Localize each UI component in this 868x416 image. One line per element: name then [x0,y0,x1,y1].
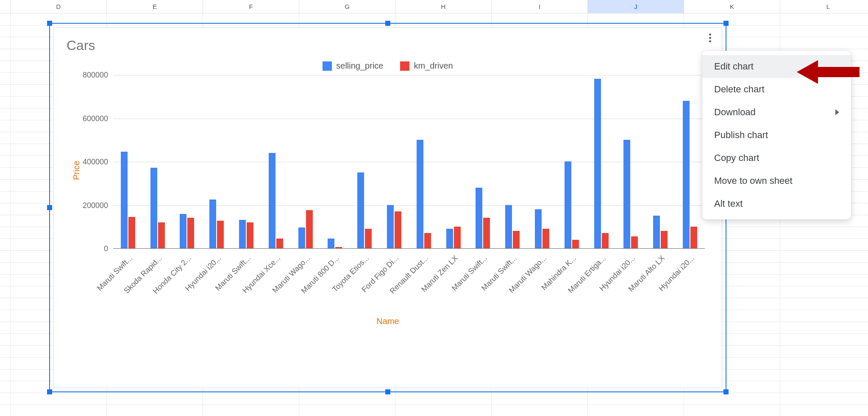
chart-object-selected[interactable]: Cars selling_price km_driven Price 02000… [49,23,726,392]
bar-km-driven[interactable] [276,239,283,248]
bar-selling-price[interactable] [180,214,186,248]
chart-title: Cars [67,38,709,53]
bar-km-driven[interactable] [513,231,520,248]
y-tick: 400000 [83,158,108,166]
bar-selling-price[interactable] [121,152,128,248]
menu-move-sheet[interactable]: Move to own sheet [702,169,851,192]
bar-km-driven[interactable] [661,231,668,248]
bar-km-driven[interactable] [158,222,165,249]
bar-km-driven[interactable] [572,240,579,249]
y-axis-label: Price [72,161,81,180]
legend-label: selling_price [336,61,383,71]
chart-legend: selling_price km_driven [67,61,709,71]
bar-selling-price[interactable] [476,188,482,249]
bar-km-driven[interactable] [631,236,638,248]
legend-label: km_driven [414,61,453,71]
col-header-F[interactable]: F [203,0,299,13]
menu-label: Publish chart [714,130,768,141]
menu-edit-chart[interactable]: Edit chart [702,55,851,78]
chart-context-menu: Edit chart Delete chart Download Publish… [702,51,851,219]
menu-copy-chart[interactable]: Copy chart [702,147,851,169]
plot-area: 0200000400000600000800000 [113,75,705,249]
resize-handle-tl[interactable] [47,21,52,26]
legend-item-km-driven[interactable]: km_driven [400,61,453,71]
resize-handle-tr[interactable] [723,21,729,26]
chart-options-icon[interactable] [705,33,715,43]
bar-km-driven[interactable] [424,233,431,248]
resize-handle-ml[interactable] [47,205,52,210]
menu-publish-chart[interactable]: Publish chart [702,124,851,147]
bar-km-driven[interactable] [335,247,342,248]
menu-delete-chart[interactable]: Delete chart [702,78,851,101]
bar-km-driven[interactable] [306,210,313,248]
menu-label: Download [714,107,756,118]
resize-handle-bm[interactable] [385,389,390,394]
chart-card: Cars selling_price km_driven Price 02000… [53,27,722,388]
bar-km-driven[interactable] [602,233,609,248]
legend-item-selling-price[interactable]: selling_price [323,61,383,71]
bar-selling-price[interactable] [505,205,512,249]
bar-selling-price[interactable] [594,79,601,248]
col-header-D[interactable]: D [11,0,107,13]
bar-km-driven[interactable] [454,227,461,248]
bar-km-driven[interactable] [542,229,549,248]
chevron-right-icon [835,109,839,115]
y-tick: 600000 [83,114,108,123]
y-tick: 800000 [83,71,108,80]
legend-swatch-red [400,61,409,71]
bar-selling-price[interactable] [269,153,275,249]
menu-label: Edit chart [714,61,754,72]
col-header-gutter [0,0,11,13]
bar-selling-price[interactable] [298,227,305,248]
y-tick: 200000 [83,201,108,210]
bar-km-driven[interactable] [365,229,372,248]
col-header-I[interactable]: I [492,0,588,13]
x-category-labels: Maruti Swift...Skoda Rapid...Honda City … [113,249,705,312]
bar-selling-price[interactable] [209,200,216,248]
bar-selling-price[interactable] [417,140,423,248]
menu-download[interactable]: Download [702,101,851,124]
col-header-L[interactable]: L [780,0,868,13]
bar-selling-price[interactable] [623,140,630,248]
bar-selling-price[interactable] [446,229,453,248]
col-header-E[interactable]: E [107,0,203,13]
x-axis-label: Name [67,316,709,326]
col-header-H[interactable]: H [395,0,492,13]
bar-selling-price[interactable] [357,172,364,248]
bar-km-driven[interactable] [483,218,490,248]
menu-label: Delete chart [714,84,765,95]
menu-label: Alt text [714,198,743,209]
menu-label: Move to own sheet [714,175,793,186]
bar-km-driven[interactable] [247,222,253,249]
col-header-G[interactable]: G [299,0,395,13]
bar-km-driven[interactable] [690,227,697,248]
bar-selling-price[interactable] [328,239,334,248]
bar-km-driven[interactable] [217,221,224,248]
menu-alt-text[interactable]: Alt text [702,192,851,215]
menu-label: Copy chart [714,153,759,164]
column-headers: D E F G H I J K L [0,0,868,14]
bar-km-driven[interactable] [187,218,194,248]
resize-handle-br[interactable] [723,389,729,394]
bar-selling-price[interactable] [535,209,542,248]
bar-selling-price[interactable] [565,161,571,248]
bar-km-driven[interactable] [128,217,135,248]
bar-selling-price[interactable] [653,216,660,248]
y-tick: 0 [104,244,108,253]
bar-selling-price[interactable] [683,101,690,249]
resize-handle-tm[interactable] [385,21,390,26]
bar-selling-price[interactable] [150,168,157,248]
bar-km-driven[interactable] [395,211,401,248]
bar-selling-price[interactable] [387,205,394,249]
col-header-J[interactable]: J [588,0,684,13]
col-header-K[interactable]: K [684,0,780,13]
resize-handle-bl[interactable] [47,389,52,394]
bar-selling-price[interactable] [239,220,246,248]
legend-swatch-blue [323,61,332,71]
